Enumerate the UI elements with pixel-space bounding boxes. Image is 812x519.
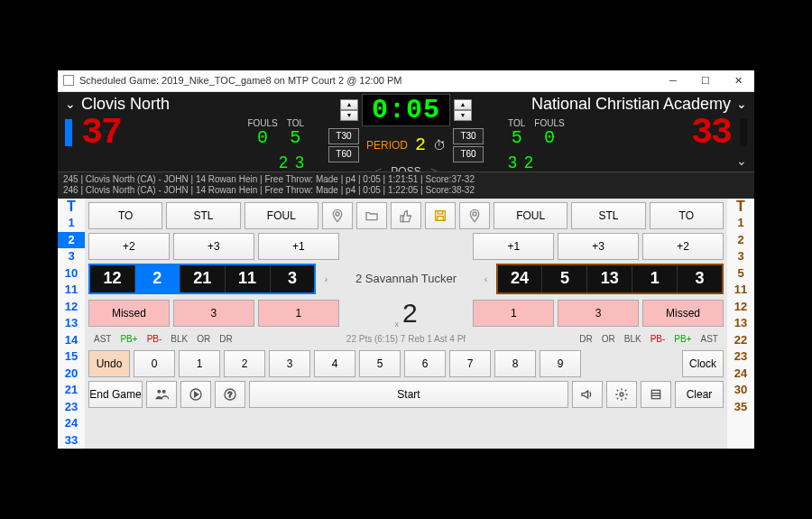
roster-number[interactable]: 1 [58, 215, 85, 232]
roster-number[interactable]: 12 [727, 299, 754, 316]
away-missed-button[interactable]: Missed [642, 300, 724, 327]
substat-button[interactable]: OR [197, 334, 210, 344]
end-game-button[interactable]: End Game [88, 381, 143, 408]
home-missed-button[interactable]: Missed [88, 300, 170, 327]
away-t30-button[interactable]: T30 [453, 128, 484, 144]
help-icon[interactable]: ? [215, 381, 245, 408]
home-foul-button[interactable]: FOUL [245, 202, 318, 229]
lineup-player[interactable]: 11 [226, 265, 271, 292]
roster-number[interactable]: 33 [58, 432, 85, 449]
home-miss3-button[interactable]: 3 [173, 300, 254, 327]
roster-number[interactable]: 2 [727, 232, 754, 249]
pin-home-icon[interactable] [322, 202, 353, 229]
roster-number[interactable]: 11 [58, 282, 85, 299]
home-plus3-button[interactable]: +3 [173, 233, 254, 260]
lineup-player[interactable]: 2 [135, 265, 180, 292]
home-to-button[interactable]: TO [88, 202, 162, 229]
substat-button[interactable]: AST [94, 334, 111, 344]
lineup-left-arrow[interactable]: ‹ [480, 273, 493, 284]
numpad-3[interactable]: 3 [269, 350, 310, 377]
lineup-player[interactable]: 3 [678, 265, 722, 292]
away-color-chip[interactable] [740, 119, 747, 146]
roster-number[interactable]: 12 [58, 299, 85, 316]
substat-button[interactable]: DR [219, 334, 232, 344]
lineup-player[interactable]: 3 [271, 265, 315, 292]
roster-number[interactable]: 23 [58, 399, 85, 416]
home-t30-button[interactable]: T30 [328, 128, 359, 144]
gear-icon[interactable] [606, 381, 637, 408]
roster-number[interactable]: 15 [58, 348, 85, 366]
clear-button[interactable]: Clear [675, 381, 724, 408]
home-miss1-button[interactable]: 1 [258, 300, 339, 327]
substat-button[interactable]: PB- [147, 334, 162, 344]
save-icon[interactable] [425, 202, 456, 229]
away-miss3-button[interactable]: 3 [558, 300, 639, 327]
undo-button[interactable]: Undo [88, 350, 130, 377]
lineup-player[interactable]: 5 [542, 265, 587, 292]
roster-number[interactable]: 2 [58, 232, 85, 249]
lineup-player[interactable]: 21 [180, 265, 226, 292]
roster-number[interactable]: 35 [727, 399, 754, 416]
roster-number[interactable]: 13 [58, 315, 85, 332]
chevron-down-icon[interactable]: ⌄ [736, 97, 747, 111]
horn-icon[interactable] [572, 381, 603, 408]
roster-number[interactable]: 13 [727, 315, 754, 332]
numpad-4[interactable]: 4 [314, 350, 355, 377]
play-icon[interactable] [180, 381, 211, 408]
substitute-icon[interactable] [146, 381, 177, 408]
lineup-right-arrow[interactable]: › [319, 273, 332, 284]
numpad-0[interactable]: 0 [134, 350, 175, 377]
numpad-8[interactable]: 8 [494, 350, 536, 377]
home-t60-button[interactable]: T60 [328, 146, 359, 162]
roster-number[interactable]: 3 [727, 248, 754, 265]
clock-button[interactable]: Clock [682, 350, 724, 377]
roster-number[interactable]: 23 [727, 348, 754, 366]
roster-number[interactable]: 24 [727, 366, 754, 383]
away-plus2-button[interactable]: +2 [642, 233, 724, 260]
numpad-5[interactable]: 5 [359, 350, 401, 377]
list-icon[interactable] [641, 381, 671, 408]
substat-button[interactable]: DR [579, 334, 592, 344]
chevron-down-icon[interactable]: ⌄ [736, 153, 747, 171]
away-plus1-button[interactable]: +1 [473, 233, 554, 260]
roster-number[interactable]: 21 [58, 382, 85, 399]
substat-button[interactable]: OR [602, 334, 615, 344]
close-button[interactable]: ✕ [722, 70, 754, 91]
lineup-player[interactable]: 1 [632, 265, 678, 292]
home-plus2-button[interactable]: +2 [88, 233, 170, 260]
substat-button[interactable]: PB- [651, 334, 666, 344]
away-miss1-button[interactable]: 1 [473, 300, 554, 327]
home-plus1-button[interactable]: +1 [258, 233, 339, 260]
roster-number[interactable]: 1 [727, 215, 754, 232]
stopwatch-icon[interactable]: ⏱ [433, 138, 446, 153]
roster-number[interactable]: 24 [58, 415, 85, 432]
pin-away-icon[interactable] [459, 202, 490, 229]
folder-open-icon[interactable] [356, 202, 387, 229]
lineup-player[interactable]: 12 [90, 265, 135, 292]
away-plus3-button[interactable]: +3 [558, 233, 639, 260]
substat-button[interactable]: PB+ [674, 334, 691, 344]
away-stl-button[interactable]: STL [571, 202, 645, 229]
clock-min-spinner[interactable]: ▲▼ [340, 99, 358, 121]
substat-button[interactable]: PB+ [120, 334, 137, 344]
away-foul-button[interactable]: FOUL [494, 202, 567, 229]
chevron-down-icon[interactable]: ⌄ [65, 97, 76, 111]
roster-number[interactable]: 22 [727, 332, 754, 349]
roster-number[interactable]: 14 [58, 332, 85, 349]
roster-number[interactable]: 11 [727, 282, 754, 299]
lineup-player[interactable]: 24 [498, 265, 543, 292]
numpad-7[interactable]: 7 [449, 350, 491, 377]
roster-number[interactable]: 5 [727, 265, 754, 283]
numpad-1[interactable]: 1 [179, 350, 220, 377]
substat-button[interactable]: AST [701, 334, 718, 344]
roster-number[interactable]: 30 [727, 382, 754, 399]
lineup-player[interactable]: 13 [587, 265, 632, 292]
roster-number[interactable]: 20 [58, 366, 85, 383]
numpad-6[interactable]: 6 [404, 350, 446, 377]
numpad-9[interactable]: 9 [540, 350, 581, 377]
home-stl-button[interactable]: STL [166, 202, 240, 229]
numpad-2[interactable]: 2 [224, 350, 265, 377]
game-clock[interactable]: 0:05 [362, 94, 450, 126]
substat-button[interactable]: BLK [624, 334, 641, 344]
substat-button[interactable]: BLK [171, 334, 188, 344]
